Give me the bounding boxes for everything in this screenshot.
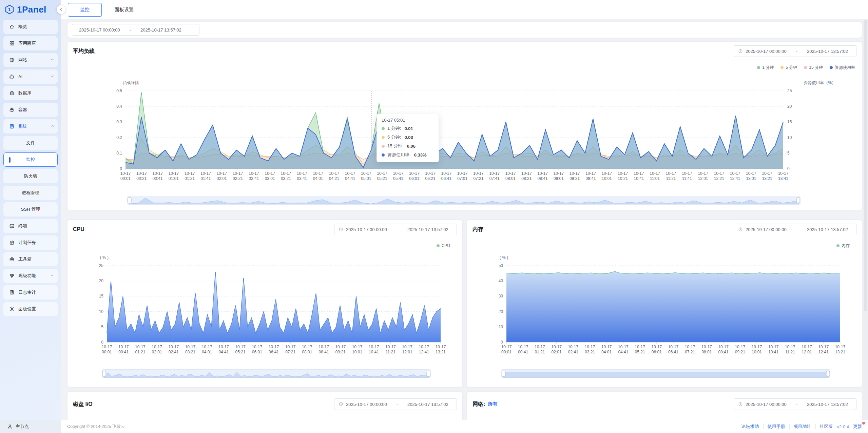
load-slider-handle-left[interactable] [128, 198, 131, 203]
svg-text:10-1706:41: 10-1706:41 [441, 171, 452, 181]
legend-item-5 分钟[interactable]: 5 分钟 [780, 65, 797, 70]
svg-text:10-1709:21: 10-1709:21 [335, 345, 346, 354]
tab-monitor[interactable]: 监控 [68, 3, 102, 17]
cpu-date-range-picker[interactable]: 2025-10-17 00:00:00-2025-10-17 13:57:02 [334, 224, 457, 235]
picker-separator: - [796, 402, 797, 407]
global-date-range-picker[interactable]: 2025-10-17 00:00:00 - 2025-10-17 13:57:0… [72, 24, 199, 36]
sidebar-subitem-process[interactable]: 进程管理 [3, 186, 58, 200]
svg-text:15: 15 [99, 294, 104, 298]
picker-start-date: 2025-10-17 00:00:00 [746, 49, 787, 54]
svg-text:0.3: 0.3 [116, 120, 122, 124]
legend-item-1 分钟[interactable]: 1 分钟 [757, 65, 774, 70]
legend-item-15 分钟[interactable]: 15 分钟 [804, 65, 823, 70]
load-chart-slot: 平均负载2025-10-17 00:00:00-2025-10-17 13:57… [67, 42, 862, 210]
memory-slider-handle-right[interactable] [826, 371, 830, 376]
disk-date-range-picker[interactable]: 2025-10-17 00:00:00-2025-10-17 13:57:02 [334, 398, 457, 410]
svg-text:10-1711:01: 10-1711:01 [650, 171, 660, 181]
cpu-card: CPU2025-10-17 00:00:00-2025-10-17 13:57:… [67, 220, 462, 387]
legend-item-CPU[interactable]: CPU [437, 243, 450, 248]
picker-end-date: 2025-10-17 13:57:02 [807, 402, 848, 407]
svg-text:10-1708:01: 10-1708:01 [302, 345, 312, 354]
svg-text:10-1712:41: 10-1712:41 [419, 345, 429, 354]
cpu-slider-handle-right[interactable] [427, 371, 430, 376]
sidebar-item-appstore[interactable]: 应用商店 [3, 36, 58, 50]
sidebar-item-database[interactable]: 数据库 [3, 86, 58, 100]
sidebar-item-ai[interactable]: AI [3, 69, 58, 84]
footer-link[interactable]: 使用手册 [768, 424, 785, 430]
picker-separator: - [796, 227, 797, 232]
svg-text:10-1707:21: 10-1707:21 [473, 171, 484, 181]
memory-datazoom-slider[interactable] [501, 369, 830, 378]
sidebar-item-website[interactable]: 网站 [3, 53, 58, 67]
picker-end-date: 2025-10-17 13:57:02 [407, 227, 448, 232]
page-footer: Copyright © 2014-2025 飞致云 论坛求助使用手册项目地址社区… [61, 420, 868, 433]
legend-label: 内存 [842, 243, 850, 249]
home-icon [9, 24, 15, 29]
tab-panel-settings[interactable]: 面板设置 [107, 3, 141, 17]
sidebar-subitem-files[interactable]: 文件 [3, 136, 58, 150]
svg-text:10-1701:21: 10-1701:21 [135, 345, 146, 354]
sidebar-item-overview[interactable]: 概览 [3, 20, 58, 34]
robot-icon [9, 74, 15, 79]
picker-separator: - [397, 227, 398, 232]
footer-update-link[interactable]: 更新 [853, 424, 862, 430]
chevron-down-icon [50, 273, 55, 278]
legend-item-内存[interactable]: 内存 [836, 243, 850, 249]
tooltip-dot-icon [382, 136, 385, 139]
footer-separator [763, 424, 764, 429]
gear-icon [9, 306, 15, 312]
svg-text:10-1702:21: 10-1702:21 [233, 171, 243, 181]
footer-version: v2.0.4 [837, 424, 849, 429]
svg-text:10-1703:41: 10-1703:41 [297, 171, 307, 181]
picker-separator: - [397, 402, 398, 407]
sidebar-collapse-button[interactable] [57, 5, 65, 14]
sidebar-item-settings[interactable]: 面板设置 [3, 302, 58, 316]
sidebar-item-label: 计划任务 [18, 240, 36, 246]
memory-slider-handle-left[interactable] [502, 371, 505, 376]
cpu-slider-handle-left[interactable] [102, 371, 106, 376]
svg-text:0.4: 0.4 [116, 104, 122, 109]
sidebar-subitem-ssh[interactable]: SSH 管理 [3, 202, 58, 216]
network-filter-select[interactable]: 所有 [488, 401, 497, 407]
sidebar-item-container[interactable]: 容器 [3, 103, 58, 117]
sidebar-item-logs[interactable]: 日志审计 [3, 285, 58, 300]
brand-logo[interactable]: 1 1Panel [0, 0, 61, 19]
svg-text:10-1700:41: 10-1700:41 [118, 345, 129, 354]
footer-link[interactable]: 项目地址 [794, 424, 811, 430]
global-range-card: 2025-10-17 00:00:00 - 2025-10-17 13:57:0… [67, 22, 862, 38]
memory-legend: 内存 [472, 239, 856, 252]
svg-text:10-1702:41: 10-1702:41 [568, 345, 578, 354]
page-scrollbar[interactable] [863, 19, 868, 420]
sidebar-item-advanced[interactable]: 高级功能 [3, 269, 58, 283]
load-slider-handle-right[interactable] [796, 198, 800, 203]
network-date-range-picker[interactable]: 2025-10-17 00:00:00-2025-10-17 13:57:02 [734, 398, 856, 410]
svg-text:10-1710:41: 10-1710:41 [768, 345, 779, 354]
sidebar-subitem-firewall[interactable]: 防火墙 [3, 169, 58, 183]
sidebar-item-toolbox[interactable]: 工具箱 [3, 252, 58, 266]
log-icon [9, 290, 15, 295]
legend-item-资源使用率[interactable]: 资源使用率 [830, 65, 855, 70]
cpu-chart-svg[interactable]: 2520151050( % )10-1700:0110-1700:4110-17… [73, 252, 458, 367]
svg-text:10-1704:41: 10-1704:41 [345, 171, 355, 181]
picker-start-date: 2025-10-17 00:00:00 [746, 227, 787, 232]
svg-text:10-1702:01: 10-1702:01 [551, 345, 562, 354]
sidebar-item-system[interactable]: 系统 [3, 119, 58, 133]
load-date-range-picker[interactable]: 2025-10-17 00:00:00-2025-10-17 13:57:02 [734, 45, 856, 57]
chevron-up-icon [50, 124, 55, 128]
cpu-datazoom-slider[interactable] [102, 369, 431, 378]
sidebar-item-terminal[interactable]: 终端 [3, 219, 58, 233]
load-datazoom-slider[interactable] [127, 196, 801, 205]
svg-text:10-1705:21: 10-1705:21 [635, 345, 645, 354]
memory-chart-svg[interactable]: 50403020100( % )10-1700:0110-1700:4110-1… [472, 252, 857, 367]
node-selector[interactable]: 主节点 [0, 420, 61, 433]
sidebar-subitem-monitor[interactable]: 监控 [3, 152, 58, 167]
footer-edition-link[interactable]: 社区版 [820, 424, 833, 430]
load-chart-svg[interactable]: 0.5250.4200.3150.2100.1500负载详情资源使用率（%）10… [73, 74, 856, 193]
sidebar-item-label: 容器 [18, 107, 27, 113]
memory-date-range-picker[interactable]: 2025-10-17 00:00:00-2025-10-17 13:57:02 [734, 224, 856, 235]
footer-link[interactable]: 论坛求助 [741, 424, 759, 430]
svg-text:10-1704:41: 10-1704:41 [218, 345, 229, 354]
sidebar-item-cronjob[interactable]: 计划任务 [3, 235, 58, 250]
scrollbar-thumb[interactable] [864, 20, 867, 311]
svg-text:10-1711:21: 10-1711:21 [666, 171, 676, 181]
